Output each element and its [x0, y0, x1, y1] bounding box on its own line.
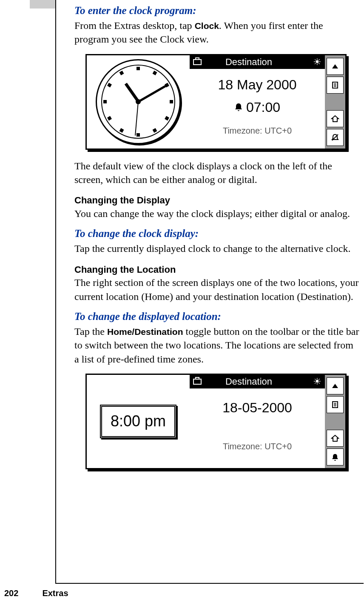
horizontal-rule [55, 583, 364, 584]
brightness-icon: ☀ [313, 56, 321, 69]
para-changing-location: The right section of the screen displays… [74, 276, 359, 303]
brightness-icon: ☀ [313, 375, 321, 388]
page-number: 202 [4, 588, 18, 598]
svg-rect-8 [196, 377, 199, 379]
menu-button[interactable] [327, 396, 344, 413]
titlebar-label-2: Destination [218, 375, 297, 388]
clock-pane[interactable] [87, 55, 190, 148]
titlebar-label: Destination [218, 56, 297, 69]
device-screenshot-2: 8:00 pm Destination ☀ 18-05-2000 Timezon… [85, 374, 347, 469]
info-pane-2: Destination ☀ 18-05-2000 Timezone: UTC+0 [190, 375, 325, 468]
figure-analog-view: Destination ☀ 18 May 2000 07:00 Timezone… [85, 54, 359, 150]
svg-rect-0 [193, 60, 201, 65]
alarm-time: 07:00 [190, 98, 325, 117]
svg-rect-1 [196, 58, 199, 60]
para-changing-display: You can change the way the clock display… [74, 207, 359, 220]
up-button[interactable] [327, 377, 344, 394]
timezone-label: Timezone: UTC+0 [190, 125, 325, 137]
time-label: 07:00 [246, 98, 280, 117]
toolbar [325, 55, 345, 148]
clock-pane-2[interactable]: 8:00 pm [87, 375, 190, 468]
home-button[interactable] [327, 110, 344, 127]
para-change-clock: Tap the currently displayed clock to cha… [74, 242, 359, 255]
heading-change-location: To change the displayed location: [74, 309, 359, 324]
alarm-button[interactable] [327, 448, 344, 465]
para-default-view: The default view of the clock displays a… [74, 159, 359, 187]
ui-label-home-destination: Home/Destination [107, 327, 183, 337]
svg-rect-7 [193, 379, 201, 384]
section-name: Extras [42, 588, 68, 598]
home-button[interactable] [327, 430, 344, 447]
toolbar-2 [325, 375, 345, 468]
heading-change-clock-display: To change the clock display: [74, 226, 359, 241]
heading-changing-display: Changing the Display [74, 194, 359, 207]
page-footer: 202 Extras [0, 588, 364, 598]
para-change-location: Tap the Home/Destination toggle button o… [74, 325, 359, 366]
briefcase-icon [193, 375, 202, 388]
analog-clock[interactable] [96, 59, 181, 144]
main-content: To enter the clock program: From the Ext… [74, 3, 359, 469]
heading-enter-clock: To enter the clock program: [74, 3, 359, 18]
silence-button[interactable] [327, 129, 344, 146]
margin-tab [30, 0, 55, 9]
vertical-rule [55, 0, 56, 583]
ui-label-clock: Clock [195, 21, 219, 31]
digital-clock[interactable]: 8:00 pm [100, 405, 176, 438]
heading-changing-location: Changing the Location [74, 263, 359, 276]
text: Tap the [74, 326, 107, 337]
titlebar-2[interactable]: Destination ☀ [190, 375, 325, 388]
titlebar[interactable]: Destination ☀ [190, 55, 325, 69]
figure-digital-view: 8:00 pm Destination ☀ 18-05-2000 Timezon… [85, 374, 359, 469]
text: From the Extras desktop, tap [74, 20, 195, 31]
date-label: 18 May 2000 [190, 76, 325, 94]
para-enter-clock: From the Extras desktop, tap Clock. When… [74, 19, 359, 46]
info-pane: Destination ☀ 18 May 2000 07:00 Timezone… [190, 55, 325, 148]
date-label-2: 18-05-2000 [190, 399, 325, 417]
device-screenshot: Destination ☀ 18 May 2000 07:00 Timezone… [85, 54, 347, 150]
bell-icon [234, 98, 243, 117]
timezone-label-2: Timezone: UTC+0 [190, 441, 325, 452]
up-button[interactable] [327, 58, 344, 75]
briefcase-icon [193, 56, 202, 69]
menu-button[interactable] [327, 77, 344, 94]
